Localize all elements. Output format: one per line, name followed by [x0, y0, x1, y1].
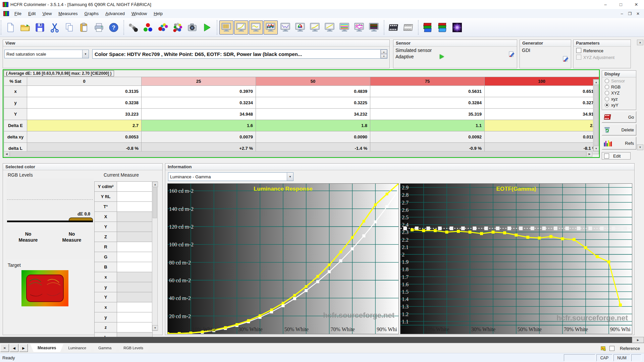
measure-cell[interactable]: 0.0113 — [485, 131, 599, 143]
main-horizontal-scrollbar[interactable]: ▶ — [0, 337, 644, 343]
measure-row-value[interactable] — [117, 292, 153, 302]
mdi-restore-button[interactable]: ❐ — [627, 11, 633, 16]
tab-rgb-levels[interactable]: RGB Levels — [116, 344, 151, 352]
tab-measures[interactable]: Measures — [30, 344, 63, 352]
menu-graphs[interactable]: Graphs — [81, 10, 102, 17]
menu-measures[interactable]: Measures — [55, 10, 81, 17]
view-luminance-chart-icon[interactable] — [234, 20, 248, 35]
display-radio-xyy[interactable]: xyY — [602, 102, 636, 108]
measure-row-value[interactable] — [117, 222, 153, 232]
menu-window[interactable]: Window — [128, 10, 150, 17]
view-color-temperature-chart-icon[interactable] — [337, 20, 352, 35]
radio-icon[interactable] — [605, 103, 609, 107]
menu-help[interactable]: Help — [150, 10, 166, 17]
measure-cell[interactable]: 1.1 — [370, 120, 485, 131]
measure-cell[interactable]: 0.3135 — [27, 86, 142, 97]
measure-cell[interactable]: 0.0079 — [142, 131, 256, 143]
scroll-up-icon[interactable]: ▲ — [593, 79, 599, 85]
cut-icon[interactable] — [48, 20, 62, 35]
view-measures-table-icon[interactable] — [219, 20, 233, 35]
measure-row-value[interactable] — [117, 182, 153, 192]
chevron-down-icon[interactable]: ▼ — [82, 50, 89, 58]
tab-prev-button[interactable]: ◀ — [10, 344, 18, 352]
measure-vertical-scrollbar[interactable]: ▲ ▼ — [152, 181, 158, 331]
measure-cell[interactable]: 2.7 — [27, 120, 142, 131]
measure-cell[interactable]: 0.6510 — [485, 86, 599, 97]
column-header-50[interactable]: 50 — [256, 77, 370, 86]
snapshot-icon[interactable] — [185, 20, 199, 35]
measure-cell[interactable]: 0.0053 — [27, 131, 142, 143]
reference-checkbox[interactable]: Reference — [574, 47, 631, 53]
tab-luminance[interactable]: Luminance — [61, 344, 94, 352]
save-file-icon[interactable] — [33, 20, 47, 35]
measure-cell[interactable]: 0.3284 — [370, 97, 485, 109]
measure-row-value[interactable] — [117, 192, 153, 202]
measure-row-value[interactable] — [117, 312, 153, 322]
view-luminance-alt-chart-icon[interactable] — [308, 20, 322, 35]
radio-icon[interactable] — [605, 97, 609, 101]
display-radio-rgb[interactable]: RGB — [602, 83, 636, 89]
view-mode-dropdown[interactable]: Red saturation scale ▼ — [4, 50, 89, 58]
menu-advanced[interactable]: Advanced — [102, 10, 128, 17]
view-near-black-chart-icon[interactable] — [278, 20, 292, 35]
view-composite-chart-icon[interactable] — [367, 20, 381, 35]
measures-table[interactable]: % Sat0255075100x0.31350.39700.48390.5631… — [4, 77, 599, 154]
view-saturation-chart-icon[interactable] — [352, 20, 366, 35]
colorspace-summary-box[interactable]: Color Space: HDTV Rec709 , White Point: … — [92, 49, 387, 59]
scroll-up-icon[interactable]: ▲ — [152, 182, 158, 187]
scrollbar-thumb[interactable] — [10, 151, 586, 157]
measure-cell[interactable]: 34.915 — [485, 109, 599, 120]
pattern-film-rgb-alt-icon[interactable] — [435, 20, 449, 35]
display-radio-xyz[interactable]: XYZ — [602, 89, 636, 96]
display-radio-xyz[interactable]: xyz — [602, 96, 636, 102]
menu-view[interactable]: View — [39, 10, 55, 17]
column-header-0[interactable]: 0 — [27, 77, 142, 86]
measure-cell[interactable]: 1.8 — [256, 120, 370, 131]
measure-cell[interactable]: 34.232 — [256, 109, 370, 120]
measure-secondaries-icon[interactable] — [156, 20, 170, 35]
scrollbar-thumb[interactable] — [594, 85, 598, 145]
maximize-button[interactable]: □ — [613, 0, 629, 9]
scroll-left-icon[interactable]: ◀ — [4, 151, 9, 157]
measure-cell[interactable]: 0.3970 — [142, 86, 256, 97]
measure-row-value[interactable] — [117, 302, 153, 312]
measure-cell[interactable]: 0.0092 — [370, 131, 485, 143]
view-rgb-levels-chart-icon[interactable] — [264, 20, 278, 35]
measure-cell[interactable]: 0.4839 — [256, 86, 370, 97]
measure-cell[interactable]: 0.5631 — [370, 86, 485, 97]
sensor-run-icon[interactable] — [440, 54, 444, 59]
scrollbar-thumb[interactable] — [0, 337, 632, 343]
colorspace-spinner[interactable]: ▲▼ — [380, 50, 387, 58]
minimize-button[interactable]: – — [598, 0, 613, 9]
measure-cell[interactable]: 34.948 — [142, 109, 256, 120]
reference-checkbox-box[interactable] — [576, 48, 581, 53]
new-file-icon[interactable] — [3, 20, 17, 35]
view-contrast-chart-icon[interactable] — [323, 20, 337, 35]
right-vertical-scrollbar[interactable]: ▲ ▼ — [637, 40, 643, 150]
scroll-down-icon[interactable]: ▼ — [637, 144, 643, 150]
measure-cell[interactable]: 0.3234 — [142, 97, 256, 109]
copy-icon[interactable] — [62, 20, 76, 35]
column-header-75[interactable]: 75 — [370, 77, 485, 86]
screen-saver-icon[interactable] — [450, 20, 464, 35]
radio-icon[interactable] — [605, 91, 609, 95]
measure-cell[interactable]: 1.6 — [142, 120, 256, 131]
generator-settings-icon[interactable] — [562, 56, 569, 63]
mdi-minimize-button[interactable]: – — [619, 11, 625, 16]
measure-cell[interactable]: 0.3225 — [256, 97, 370, 109]
grid-horizontal-scrollbar[interactable]: ◀ ▶ — [4, 151, 592, 157]
open-file-icon[interactable] — [18, 20, 32, 35]
run-measures-icon[interactable] — [200, 20, 214, 35]
measure-cell[interactable]: 35.319 — [370, 109, 485, 120]
pattern-film-dark-icon[interactable] — [386, 20, 400, 35]
help-icon[interactable]: ? — [107, 20, 121, 35]
measure-cell[interactable]: 0.3238 — [27, 97, 142, 109]
view-cie-diagram-icon[interactable] — [293, 20, 307, 35]
tab-next-button[interactable]: ▶ — [19, 344, 28, 352]
refs-button[interactable]: Refs — [602, 137, 636, 149]
menu-file[interactable]: File — [11, 10, 25, 17]
chevron-down-icon[interactable]: ▼ — [287, 173, 293, 181]
measure-cell[interactable]: 33.223 — [27, 109, 142, 120]
scroll-up-icon[interactable]: ▲ — [637, 40, 643, 45]
column-header-100[interactable]: 100 — [485, 77, 599, 86]
